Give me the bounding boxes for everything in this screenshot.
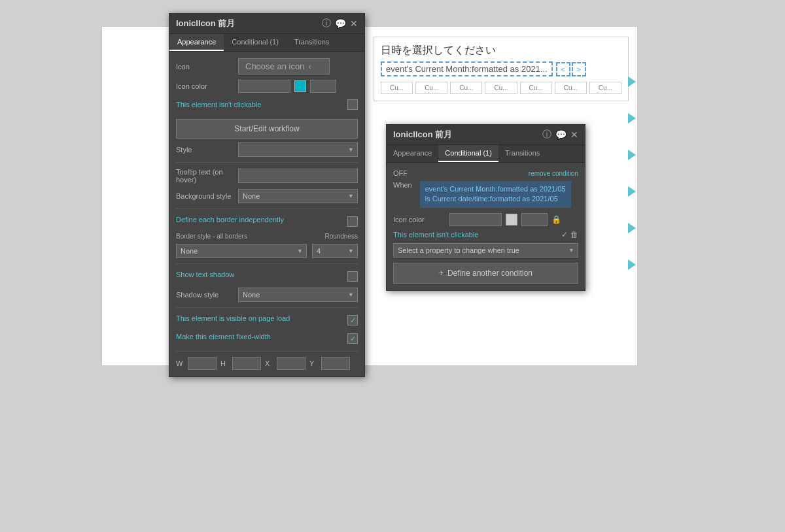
- shadow-style-control: None: [238, 288, 358, 302]
- cond-lock-icon[interactable]: 🔒: [551, 215, 561, 224]
- shadow-style-select[interactable]: None: [238, 288, 358, 302]
- cond-select-property[interactable]: Select a property to change when true: [393, 243, 578, 258]
- tooltip-control: [238, 169, 358, 183]
- cond-icon-color-swatch[interactable]: [506, 214, 517, 225]
- cond-panel-title: IoniclIcon 前月: [393, 129, 452, 141]
- border-style-select[interactable]: None: [176, 244, 307, 258]
- cond-info-icon[interactable]: ⓘ: [542, 129, 551, 141]
- calendar-title: 日時を選択してください: [381, 44, 621, 58]
- bg-style-label: Background style: [176, 192, 238, 200]
- roundness-label: Roundness: [324, 233, 358, 240]
- cond-off-row: OFF remove condition: [393, 169, 578, 177]
- tab-conditional[interactable]: Conditional (1): [224, 34, 287, 51]
- chevron-left-icon: ‹: [308, 61, 311, 71]
- bg-style-row: Background style None: [176, 189, 358, 203]
- fixed-width-row: Make this element fixed-width: [176, 331, 358, 346]
- roundness-select[interactable]: 4: [312, 244, 358, 258]
- border-style-label: Border style - all borders: [176, 233, 247, 240]
- w-input[interactable]: 30: [188, 357, 217, 370]
- tab-appearance[interactable]: Appearance: [169, 34, 224, 51]
- bg-style-select[interactable]: None: [238, 189, 358, 203]
- cond-when-row: When event's Current Month:formatted as …: [393, 181, 578, 208]
- cond-condition-text[interactable]: event's Current Month:formatted as 2021/…: [420, 181, 571, 208]
- calendar-col-2[interactable]: Cu...: [450, 82, 482, 94]
- tooltip-label: Tooltip text (on hover): [176, 168, 238, 184]
- shadow-style-label: Shadow style: [176, 291, 238, 299]
- cond-header-icons: ⓘ 💬 ✕: [542, 129, 578, 141]
- fixed-width-checkbox[interactable]: [347, 333, 358, 344]
- cond-condition-line2: is Current date/time:formatted as 2021/0…: [425, 194, 566, 204]
- not-clickable-checkbox[interactable]: [347, 99, 358, 110]
- cond-tabs: Appearance Conditional (1) Transitions: [387, 145, 585, 163]
- w-label: W: [176, 359, 184, 367]
- not-clickable-row: This element isn't clickable: [176, 98, 358, 111]
- border-row: None 4: [176, 244, 358, 258]
- define-condition-label: Define another condition: [447, 269, 532, 278]
- icon-color-swatch[interactable]: [294, 80, 306, 92]
- dimensions-row: W 30 H 30 X 340 Y 30: [176, 357, 358, 370]
- cond-icon-color-hex-input[interactable]: #CCCCCC: [449, 213, 502, 226]
- cond-header: IoniclIcon 前月 ⓘ 💬 ✕: [387, 125, 585, 145]
- calendar-col-4[interactable]: Cu...: [520, 82, 552, 94]
- calendar-col-3[interactable]: Cu...: [485, 82, 517, 94]
- icon-control: Choose an icon ‹: [238, 58, 358, 75]
- visible-on-load-checkbox[interactable]: [347, 315, 358, 325]
- tooltip-input[interactable]: [238, 169, 358, 183]
- cond-when-inner: When event's Current Month:formatted as …: [393, 181, 578, 208]
- cond-check-icon[interactable]: ✓: [561, 230, 568, 239]
- panel-body: Icon Choose an icon ‹ Icon color #03B4C6…: [169, 52, 364, 376]
- style-select[interactable]: [238, 142, 358, 157]
- calendar-area: 日時を選択してください event's Current Month:format…: [374, 37, 629, 101]
- y-input[interactable]: 30: [321, 357, 350, 370]
- nav-left-icon[interactable]: <: [556, 62, 570, 76]
- calendar-col-5[interactable]: Cu...: [555, 82, 587, 94]
- h-input[interactable]: 30: [232, 357, 261, 370]
- choose-icon-label: Choose an icon: [245, 61, 304, 71]
- cond-not-clickable-label: This element isn't clickable: [393, 231, 479, 239]
- define-border-checkbox[interactable]: [347, 216, 358, 227]
- h-label: H: [220, 359, 228, 367]
- close-icon[interactable]: ✕: [350, 18, 358, 29]
- calendar-col-1[interactable]: Cu...: [415, 82, 447, 94]
- style-row: Style: [176, 142, 358, 157]
- show-text-shadow-checkbox[interactable]: [347, 271, 358, 282]
- cond-tab-transitions[interactable]: Transitions: [498, 145, 546, 162]
- divider-5: [176, 351, 358, 352]
- icon-color-label: Icon color: [176, 82, 238, 90]
- style-label: Style: [176, 146, 238, 154]
- cond-select-property-wrapper: Select a property to change when true: [393, 243, 578, 258]
- calendar-date-text: event's Current Month:formatted as 2021.…: [381, 61, 553, 76]
- cond-delete-icon[interactable]: 🗑: [570, 230, 578, 239]
- cond-icon-color-opacity-input[interactable]: 100: [521, 213, 548, 226]
- cond-close-icon[interactable]: ✕: [570, 129, 578, 140]
- nav-right-icon[interactable]: >: [572, 62, 586, 76]
- panel-tabs: Appearance Conditional (1) Transitions: [169, 34, 364, 52]
- cond-tab-conditional[interactable]: Conditional (1): [438, 145, 498, 162]
- calendar-col-0[interactable]: Cu...: [381, 82, 413, 94]
- style-control: [238, 142, 358, 157]
- cond-remove-link[interactable]: remove condition: [529, 170, 578, 177]
- x-input[interactable]: 340: [277, 357, 305, 370]
- panel-header: IoniclIcon 前月 ⓘ 💬 ✕: [169, 14, 364, 34]
- icon-color-hex-input[interactable]: #03B4C6: [238, 80, 290, 93]
- define-condition-button[interactable]: + Define another condition: [393, 263, 578, 284]
- calendar-col-6[interactable]: Cu...: [589, 82, 621, 94]
- calendar-nav-icons: < >: [555, 62, 587, 76]
- workflow-button[interactable]: Start/Edit workflow: [176, 119, 358, 139]
- choose-icon-button[interactable]: Choose an icon ‹: [238, 58, 330, 75]
- cond-icon-color-row: Icon color #CCCCCC 100 🔒: [393, 213, 578, 226]
- tooltip-row: Tooltip text (on hover): [176, 168, 358, 184]
- cond-when-label: When: [393, 181, 412, 189]
- icon-color-control: #03B4C6 100: [238, 80, 358, 93]
- cond-comment-icon[interactable]: 💬: [555, 129, 567, 140]
- comment-icon[interactable]: 💬: [335, 18, 346, 29]
- icon-color-opacity-input[interactable]: 100: [310, 80, 336, 93]
- tab-transitions[interactable]: Transitions: [287, 34, 337, 51]
- plus-icon: +: [439, 269, 444, 278]
- roundness-select-wrapper: 4: [312, 244, 358, 258]
- cond-tab-appearance[interactable]: Appearance: [387, 145, 438, 162]
- icon-color-row: Icon color #03B4C6 100: [176, 80, 358, 93]
- fixed-width-label: Make this element fixed-width: [176, 333, 271, 341]
- not-clickable-label: This element isn't clickable: [176, 101, 262, 108]
- info-icon[interactable]: ⓘ: [322, 18, 331, 29]
